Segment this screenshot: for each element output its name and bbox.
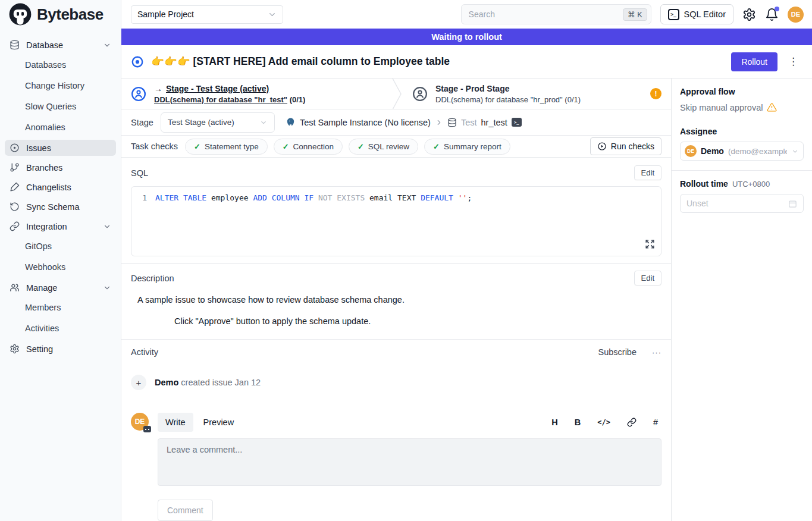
open-sql-editor-icon[interactable]: >_ (512, 118, 522, 127)
database-breadcrumb: Test Sample Instance (No license) Test h… (286, 117, 522, 127)
assignee-select[interactable]: DE Demo (demo@example (680, 142, 804, 161)
description-line: A sample issue to showcase how to review… (137, 295, 661, 305)
hash-icon[interactable]: # (653, 418, 658, 427)
body-row: →Stage - Test Stage (active) DDL(schema)… (121, 79, 812, 521)
expand-sql-button[interactable] (645, 239, 655, 251)
stage-task-link[interactable]: DDL(schema) for database "hr_test" (154, 95, 287, 104)
database-icon (447, 118, 457, 127)
project-select[interactable]: Sample Project (131, 5, 283, 24)
assignee-avatar: DE (685, 145, 697, 157)
chevron-down-icon (103, 284, 111, 292)
status-banner: Waiting to rollout (121, 29, 812, 45)
subscribe-button[interactable]: Subscribe (598, 347, 637, 357)
bytebase-logo-icon (8, 2, 32, 26)
link-icon (10, 221, 20, 231)
calendar-icon (788, 199, 797, 208)
stage-select[interactable]: Test Stage (active) (161, 112, 275, 133)
stage-label: Stage (131, 118, 153, 127)
code-icon[interactable]: </> (597, 418, 610, 426)
sidebar-item-integration[interactable]: Integration (5, 218, 116, 234)
sidebar-item-setting[interactable]: Setting (5, 341, 116, 357)
check-pill-summary-report[interactable]: ✓Summary report (424, 139, 510, 155)
rollout-time-label: Rollout time (680, 179, 728, 189)
chevron-down-icon (103, 41, 111, 49)
chevron-down-icon (791, 147, 799, 155)
check-icon: ✓ (283, 142, 289, 151)
sidebar-item-anomalies[interactable]: Anomalies (5, 119, 116, 135)
bold-icon[interactable]: B (575, 418, 581, 427)
rollout-time-picker[interactable]: Unset (680, 194, 804, 213)
sql-line: 1 ALTER TABLE employee ADD COLUMN IF NOT… (139, 193, 654, 202)
comment-submit-button[interactable]: Comment (158, 500, 213, 521)
sidebar-item-manage[interactable]: Manage (5, 280, 116, 296)
topbar-right: ⌘ K >_ SQL Editor DE (461, 4, 804, 24)
brand-logo[interactable]: Bytebase (0, 0, 121, 29)
sql-editor-button[interactable]: >_ SQL Editor (660, 4, 733, 24)
sql-section: SQL Edit 1 ALTER TABLE employee ADD COLU… (121, 158, 671, 263)
sidebar-item-changelists[interactable]: Changelists (5, 179, 116, 195)
sidebar-item-label: Database (26, 40, 63, 50)
sidebar-item-database[interactable]: Database (5, 37, 116, 53)
comment-editor-block: DE Write Preview H B </> (131, 413, 661, 521)
run-checks-button[interactable]: Run checks (590, 137, 661, 155)
sidebar-item-change-history[interactable]: Change History (5, 77, 116, 93)
chevron-down-icon (259, 118, 268, 127)
activity-label: Activity (131, 347, 158, 357)
stage-select-row: Stage Test Stage (active) Test Sample In… (121, 109, 671, 136)
brand-name: Bytebase (37, 5, 104, 24)
check-pill-sql-review[interactable]: ✓SQL review (349, 139, 418, 155)
sidebar-item-webhooks[interactable]: Webhooks (5, 259, 116, 275)
sql-code: ALTER TABLE employee ADD COLUMN IF NOT E… (155, 193, 472, 202)
settings-button[interactable] (742, 8, 756, 21)
pointing-emoji: 👉👉👉 (151, 55, 190, 67)
sql-editor[interactable]: 1 ALTER TABLE employee ADD COLUMN IF NOT… (131, 186, 661, 256)
search-input[interactable] (469, 10, 623, 19)
check-pill-connection[interactable]: ✓Connection (274, 139, 343, 155)
activity-more-button[interactable]: ··· (652, 348, 661, 357)
sql-edit-button[interactable]: Edit (634, 165, 661, 180)
notifications-button[interactable] (765, 8, 779, 21)
comment-input[interactable] (158, 438, 661, 486)
main-panel: →Stage - Test Stage (active) DDL(schema)… (121, 79, 671, 521)
issue-menu-button[interactable]: ⋮ (785, 55, 802, 68)
database-link[interactable]: hr_test (481, 118, 507, 127)
chevron-right-icon (435, 118, 443, 127)
circle-dot-icon (10, 143, 20, 153)
sidebar-item-sync-schema[interactable]: Sync Schema (5, 199, 116, 215)
sidebar-item-branches[interactable]: Branches (5, 159, 116, 175)
rollout-button[interactable]: Rollout (731, 52, 777, 71)
actor-name: Demo (155, 378, 178, 387)
sidebar-item-gitops[interactable]: GitOps (5, 238, 116, 254)
sidebar-item-activities[interactable]: Activities (5, 320, 116, 336)
chevron-down-icon (103, 222, 111, 231)
topbar: Sample Project ⌘ K >_ SQL Editor (121, 0, 812, 29)
app-root: Bytebase Database Databases Change Histo… (0, 0, 812, 521)
sidebar-item-issues[interactable]: Issues (5, 140, 116, 156)
stage-title-link[interactable]: Stage - Test Stage (active) (166, 84, 269, 93)
stage-title: Stage - Prod Stage (435, 84, 581, 93)
plus-icon: + (131, 375, 146, 390)
sql-label: SQL (131, 168, 148, 178)
stage-card-prod[interactable]: Stage - Prod Stage DDL(schema) for datab… (403, 79, 671, 109)
user-avatar[interactable]: DE (788, 7, 804, 23)
task-checks-label: Task checks (131, 142, 178, 151)
sidebar-item-databases[interactable]: Databases (5, 57, 116, 73)
terminal-icon: >_ (668, 9, 679, 20)
description-edit-button[interactable]: Edit (634, 271, 661, 285)
tab-preview[interactable]: Preview (196, 413, 242, 432)
warning-triangle-icon (767, 102, 777, 112)
attention-badge: ! (650, 88, 661, 99)
check-pill-statement-type[interactable]: ✓Statement type (185, 139, 268, 155)
search-box: ⌘ K (461, 4, 651, 24)
sidebar-item-slow-queries[interactable]: Slow Queries (5, 98, 116, 114)
description-line: Click "Approve" button to apply the sche… (174, 316, 661, 326)
heading-icon[interactable]: H (551, 418, 557, 427)
instance-link[interactable]: Test Sample Instance (No license) (300, 118, 431, 127)
postgres-icon (286, 117, 296, 127)
refresh-icon (10, 202, 20, 212)
sidebar-item-members[interactable]: Members (5, 299, 116, 315)
description-label: Description (131, 274, 174, 283)
tab-write[interactable]: Write (158, 413, 193, 432)
link-icon[interactable] (627, 418, 637, 427)
stage-card-test[interactable]: →Stage - Test Stage (active) DDL(schema)… (121, 79, 392, 109)
